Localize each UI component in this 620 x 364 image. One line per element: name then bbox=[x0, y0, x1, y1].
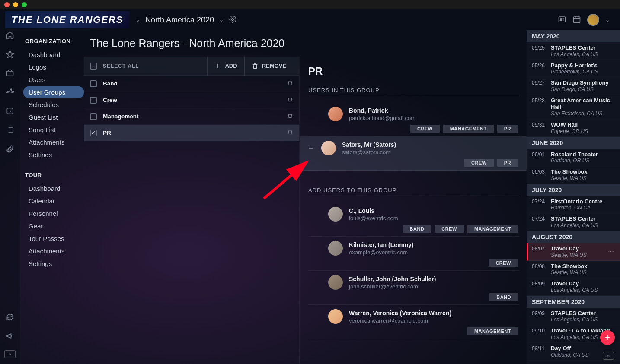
add-event-button[interactable]: + bbox=[600, 330, 615, 345]
group-tag[interactable]: PR bbox=[497, 125, 518, 133]
sidebar-item-logos[interactable]: Logos bbox=[23, 61, 84, 73]
calendar-event[interactable]: 06/01 Roseland Theater Portland, OR US bbox=[527, 149, 620, 167]
window-close-button[interactable] bbox=[4, 2, 10, 7]
group-name: Crew bbox=[103, 97, 117, 103]
group-checkbox[interactable] bbox=[90, 113, 97, 120]
group-row[interactable]: Band bbox=[84, 76, 299, 92]
collapse-calendar-button[interactable]: » bbox=[603, 352, 614, 360]
sidebar-item-user-groups[interactable]: User Groups bbox=[23, 86, 84, 98]
group-tag[interactable]: MANAGEMENT bbox=[443, 125, 494, 133]
calendar-event[interactable]: 06/03 The Showbox Seattle, WA US bbox=[527, 166, 620, 184]
calendar-event[interactable]: 09/12 Oracle Arena Oakland, CA US bbox=[527, 361, 620, 364]
event-date: 09/11 bbox=[532, 345, 547, 358]
group-row[interactable]: PR bbox=[84, 125, 299, 141]
home-icon[interactable] bbox=[5, 30, 15, 40]
sidebar-item-users[interactable]: Users bbox=[23, 74, 84, 85]
group-checkbox[interactable] bbox=[90, 80, 97, 87]
organization-heading: ORGANIZATION bbox=[23, 38, 84, 44]
remove-user-icon[interactable]: − bbox=[308, 142, 315, 154]
sidebar-item-tour-passes[interactable]: Tour Passes bbox=[23, 233, 84, 244]
user-entry[interactable]: Kilmister, Ian (Lemmy) example@eventric.… bbox=[308, 237, 520, 271]
more-icon[interactable]: ⋯ bbox=[608, 248, 615, 255]
user-entry[interactable]: C., Louis louis@eventric.com BANDCREWMAN… bbox=[308, 203, 520, 237]
window-fullscreen-button[interactable] bbox=[22, 2, 27, 7]
calendar-event[interactable]: 05/26 Pappy & Harriet's Pioneertown, CA … bbox=[527, 60, 620, 78]
attachment-icon[interactable] bbox=[5, 144, 15, 154]
calendar-event[interactable]: 05/31 WOW Hall Eugene, OR US bbox=[527, 119, 620, 137]
chevron-down-icon[interactable]: ⌄ bbox=[136, 17, 140, 23]
sidebar-item-dashboard[interactable]: Dashboard bbox=[23, 49, 84, 60]
list-icon[interactable] bbox=[5, 125, 15, 135]
trash-icon[interactable] bbox=[287, 129, 293, 136]
sidebar-item-personnel[interactable]: Personnel bbox=[23, 208, 84, 219]
group-tag[interactable]: CREW bbox=[435, 225, 464, 233]
select-all-checkbox[interactable] bbox=[90, 63, 97, 70]
svg-point-4 bbox=[560, 18, 562, 19]
event-date: 05/27 bbox=[532, 79, 547, 92]
calendar-icon[interactable] bbox=[572, 15, 581, 25]
user-entry[interactable]: Bond, Patrick patrick.a.bond@gmail.com C… bbox=[308, 102, 520, 136]
group-tag[interactable]: CREW bbox=[464, 159, 494, 167]
group-checkbox[interactable] bbox=[90, 130, 97, 136]
calendar-event[interactable]: 05/28 Great American Music Hall San Fran… bbox=[527, 95, 620, 119]
trash-icon[interactable] bbox=[287, 80, 293, 87]
user-entry[interactable]: − Sators, Mr (Sators) sators@sators.com … bbox=[300, 136, 527, 171]
calendar-event[interactable]: 05/25 STAPLES Center Los Angeles, CA US bbox=[527, 42, 620, 60]
tour-selector[interactable]: ⌄ North America 2020 ⌄ bbox=[130, 16, 236, 25]
group-row[interactable]: Management bbox=[84, 108, 299, 125]
user-email: veronica.warren@example.com bbox=[349, 317, 451, 324]
group-tag[interactable]: BAND bbox=[489, 293, 518, 301]
group-tag[interactable]: MANAGEMENT bbox=[467, 225, 518, 233]
event-location: San Diego, CA US bbox=[551, 86, 615, 92]
window-minimize-button[interactable] bbox=[13, 2, 18, 7]
svg-rect-3 bbox=[559, 17, 566, 22]
tour-name[interactable]: North America 2020 bbox=[145, 16, 214, 25]
calendar-event[interactable]: 08/07 Travel Day Seattle, WA US ⋯ bbox=[527, 243, 620, 261]
group-tag[interactable]: CREW bbox=[410, 125, 440, 133]
calendar-event[interactable]: 05/27 San Diego Symphony San Diego, CA U… bbox=[527, 77, 620, 95]
user-name: Sators, Mr (Sators) bbox=[342, 141, 396, 148]
collapse-rail-button[interactable]: » bbox=[4, 350, 16, 358]
megaphone-icon[interactable] bbox=[5, 331, 15, 341]
remove-button[interactable]: REMOVE bbox=[244, 57, 293, 76]
sidebar-item-attachments[interactable]: Attachments bbox=[23, 245, 84, 257]
sidebar-item-calendar[interactable]: Calendar bbox=[23, 195, 84, 207]
calendar-event[interactable]: 07/24 STAPLES Center Los Angeles, CA US bbox=[527, 213, 620, 231]
group-tag[interactable]: CREW bbox=[489, 259, 518, 267]
gear-icon[interactable] bbox=[229, 16, 236, 25]
briefcase-icon[interactable] bbox=[5, 68, 15, 78]
sidebar-item-attachments[interactable]: Attachments bbox=[23, 136, 84, 148]
chevron-down-icon[interactable]: ⌄ bbox=[219, 17, 224, 23]
calendar-event[interactable]: 08/08 The Showbox Seattle, WA US bbox=[527, 261, 620, 279]
trash-icon[interactable] bbox=[287, 96, 293, 104]
sidebar-item-schedules[interactable]: Schedules bbox=[23, 99, 84, 111]
calendar-event[interactable]: 09/09 STAPLES Center Los Angeles, CA US bbox=[527, 308, 620, 326]
event-date: 06/01 bbox=[532, 151, 547, 164]
user-avatar[interactable] bbox=[587, 14, 599, 26]
group-checkbox[interactable] bbox=[90, 97, 97, 104]
user-entry[interactable]: Warren, Veronica (Veronica Warren) veron… bbox=[308, 305, 520, 339]
id-card-icon[interactable] bbox=[558, 15, 566, 25]
add-button[interactable]: ADD bbox=[207, 57, 244, 76]
sidebar-item-settings[interactable]: Settings bbox=[23, 149, 84, 161]
chevron-down-icon[interactable]: ⌄ bbox=[605, 17, 610, 23]
user-entry[interactable]: Schuller, John (John Schuller) john.schu… bbox=[308, 271, 520, 305]
calendar-event[interactable]: 08/09 Travel Day Los Angeles, CA US bbox=[527, 278, 620, 296]
event-date: 08/07 bbox=[532, 245, 547, 258]
sidebar-item-guest-list[interactable]: Guest List bbox=[23, 111, 84, 123]
sidebar-item-dashboard[interactable]: Dashboard bbox=[23, 183, 84, 194]
star-icon[interactable] bbox=[5, 49, 15, 59]
sidebar-item-settings[interactable]: Settings bbox=[23, 258, 84, 269]
sidebar-item-song-list[interactable]: Song List bbox=[23, 124, 84, 136]
group-row[interactable]: Crew bbox=[84, 92, 299, 108]
plane-icon[interactable] bbox=[5, 87, 15, 97]
group-tag[interactable]: MANAGEMENT bbox=[467, 327, 518, 335]
trash-icon[interactable] bbox=[287, 113, 293, 120]
clock-icon[interactable] bbox=[5, 106, 15, 116]
sidebar-item-gear[interactable]: Gear bbox=[23, 220, 84, 232]
plus-icon bbox=[214, 63, 221, 70]
group-tag[interactable]: BAND bbox=[403, 225, 431, 233]
sync-icon[interactable] bbox=[5, 312, 15, 322]
group-tag[interactable]: PR bbox=[497, 159, 518, 167]
calendar-event[interactable]: 07/24 FirstOntario Centre Hamilton, ON C… bbox=[527, 196, 620, 214]
